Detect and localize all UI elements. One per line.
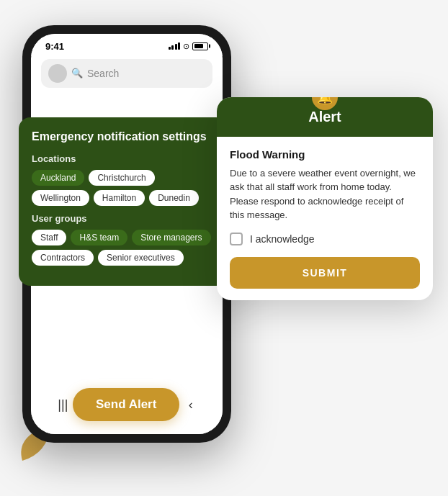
tag-store-managers[interactable]: Store managers [132,230,210,245]
battery-icon [192,42,208,50]
scene: 9:41 ⊙ 🔍 Search [15,11,433,486]
status-bar: 9:41 ⊙ [31,34,223,56]
tag-dunedin[interactable]: Dunedin [149,190,199,206]
tag-wellington[interactable]: Wellington [32,190,89,206]
tag-hamilton[interactable]: Hamilton [94,190,145,206]
signal-bars-icon [169,42,181,50]
tag-hs-team[interactable]: H&S team [71,230,127,245]
avatar [48,64,67,83]
search-icon: 🔍 [71,68,83,78]
acknowledge-checkbox[interactable] [230,233,243,245]
tag-staff[interactable]: Staff [32,230,66,245]
status-icons: ⊙ [169,42,209,51]
acknowledge-row: I acknowledge [230,233,420,245]
acknowledge-label: I acknowledge [250,233,315,245]
locations-tags: Auckland Christchurch Wellington Hamilto… [32,170,215,206]
search-input[interactable]: Search [87,68,119,79]
alert-subtitle: Flood Warning [230,148,420,161]
tag-senior-executives[interactable]: Senior executives [98,250,184,266]
alert-header: 🔔 Alert [217,97,433,137]
search-bar[interactable]: 🔍 Search [41,59,212,88]
status-time: 9:41 [45,41,64,52]
nav-lines-icon[interactable]: ||| [54,397,71,414]
tag-christchurch[interactable]: Christchurch [89,170,154,186]
submit-button[interactable]: SUBMIT [230,257,420,289]
alert-card: 🔔 Alert Flood Warning Due to a severe we… [217,97,433,300]
nav-back-icon[interactable]: ‹ [182,397,200,414]
alert-text: Due to a severe weather event overnight,… [230,166,420,222]
tag-auckland[interactable]: Auckland [32,170,84,186]
user-groups-label: User groups [32,213,215,224]
user-groups-tags: Staff H&S team Store managers Contractor… [32,230,215,266]
locations-label: Locations [32,153,215,164]
send-alert-button[interactable]: Send Alert [73,388,179,421]
wifi-icon: ⊙ [183,42,189,51]
emergency-settings-card: Emergency notification settings Location… [19,117,228,286]
alert-body: Flood Warning Due to a severe weather ev… [217,137,433,300]
tag-contractors[interactable]: Contractors [32,250,94,266]
emergency-settings-title: Emergency notification settings [32,130,215,143]
